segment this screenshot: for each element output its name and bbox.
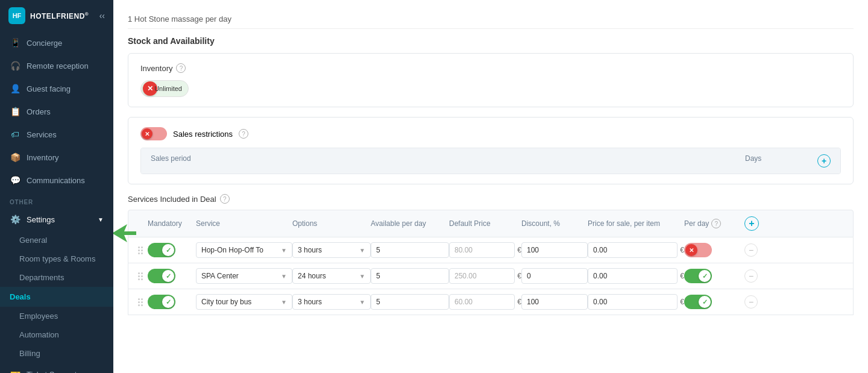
sidebar-item-services[interactable]: 🏷 Services xyxy=(0,123,113,146)
toggle-x-icon: ✕ xyxy=(685,244,697,256)
sidebar-item-orders[interactable]: 📋 Orders xyxy=(0,100,113,123)
settings-icon: ⚙️ xyxy=(10,214,20,225)
toggle-check-icon: ✓ xyxy=(699,296,711,308)
remove-row-2-button[interactable]: − xyxy=(744,269,758,283)
services-icon: 🏷 xyxy=(10,129,20,140)
header-available: Available per day xyxy=(371,219,449,228)
service-select-3[interactable]: City tour by bus ▼ xyxy=(196,294,292,310)
sidebar-item-ticket-support[interactable]: 🎫 Ticket Support xyxy=(0,363,113,373)
sidebar-item-general[interactable]: General xyxy=(0,231,113,249)
sidebar-item-label: Concierge xyxy=(27,39,62,48)
inventory-icon: 📦 xyxy=(10,152,20,163)
discount-input-1[interactable] xyxy=(521,242,588,258)
sale-price-input-2[interactable] xyxy=(588,268,678,284)
header-price: Default Price xyxy=(449,219,521,228)
inventory-help-icon[interactable]: ? xyxy=(176,63,186,73)
price-input-1[interactable] xyxy=(449,242,515,258)
sidebar-item-label: Orders xyxy=(27,107,51,116)
unlimited-toggle[interactable]: ✕ Unlimited xyxy=(140,80,189,97)
sidebar-item-communications[interactable]: 💬 Communications xyxy=(0,169,113,192)
sidebar-item-departments[interactable]: Departments xyxy=(0,268,113,287)
sidebar-item-settings[interactable]: ⚙️ Settings ▼ xyxy=(0,208,113,231)
service-select-2[interactable]: SPA Center ▼ xyxy=(196,268,292,284)
services-included-help-icon[interactable]: ? xyxy=(220,194,230,204)
sidebar-item-room-types[interactable]: Room types & Rooms xyxy=(0,249,113,268)
mandatory-toggle-3[interactable]: ✓ xyxy=(148,295,175,309)
sidebar-item-remote-reception[interactable]: 🎧 Remote reception xyxy=(0,54,113,77)
drag-handle[interactable] xyxy=(133,272,148,280)
mandatory-toggle-1[interactable]: ✓ xyxy=(148,243,175,257)
header-options: Options xyxy=(292,219,371,228)
header-sale-price: Price for sale, per item xyxy=(588,219,684,228)
available-input-2[interactable] xyxy=(371,268,449,284)
sales-restrictions-label: Sales restrictions xyxy=(173,130,233,139)
sales-restrictions-card: ✕ Sales restrictions ? Sales period Days… xyxy=(128,117,854,184)
add-service-button[interactable]: + xyxy=(744,216,759,231)
services-table: Mandatory Service Options Available per … xyxy=(128,210,854,315)
mandatory-toggle-2[interactable]: ✓ xyxy=(148,269,175,283)
sales-restrictions-row: ✕ Sales restrictions ? xyxy=(140,127,841,140)
remove-row-3-button[interactable]: − xyxy=(744,295,758,309)
per-day-toggle-1[interactable]: ✕ xyxy=(684,243,712,257)
top-item-text: 1 Hot Stone massage per day xyxy=(128,10,854,29)
sales-period-table: Sales period Days + xyxy=(140,148,841,174)
logo-icon: HF xyxy=(8,7,25,24)
sidebar-item-automation[interactable]: Automation xyxy=(0,325,113,344)
sidebar-item-guest-facing[interactable]: 👤 Guest facing xyxy=(0,77,113,100)
available-input-1[interactable] xyxy=(371,242,449,258)
currency-symbol-sale-3: € xyxy=(680,298,684,306)
service-select-1[interactable]: Hop-On Hop-Off To ▼ xyxy=(196,242,292,258)
options-select-1[interactable]: 3 hours ▼ xyxy=(292,242,371,258)
options-select-2[interactable]: 24 hours ▼ xyxy=(292,268,371,284)
add-sales-period-button[interactable]: + xyxy=(817,154,831,168)
chat-icon: 💬 xyxy=(10,175,20,186)
sidebar-collapse-icon[interactable]: ‹‹ xyxy=(99,11,105,20)
chevron-down-icon: ▼ xyxy=(359,299,365,306)
chevron-down-icon: ▼ xyxy=(359,247,365,254)
header-per-day: Per day ? xyxy=(684,219,744,228)
chevron-down-icon: ▼ xyxy=(98,216,104,223)
sales-restrictions-toggle[interactable]: ✕ xyxy=(140,127,167,140)
price-input-3[interactable] xyxy=(449,294,515,310)
options-select-3[interactable]: 3 hours ▼ xyxy=(292,294,371,310)
sidebar-item-deals[interactable]: Deals xyxy=(0,287,113,307)
stock-section-title: Stock and Availability xyxy=(128,36,854,46)
services-included-row: Services Included in Deal ? xyxy=(128,194,854,204)
chevron-down-icon: ▼ xyxy=(281,247,287,254)
per-day-help-icon[interactable]: ? xyxy=(711,219,721,228)
sale-price-input-3[interactable] xyxy=(588,294,678,310)
sidebar: HF HOTELFRIEND® ‹‹ 📱 Concierge 🎧 Remote … xyxy=(0,0,113,373)
sidebar-item-billing[interactable]: Billing xyxy=(0,344,113,363)
per-day-toggle-2[interactable]: ✓ xyxy=(684,269,712,283)
remove-row-1-button[interactable]: − xyxy=(744,243,758,257)
per-day-toggle-3[interactable]: ✓ xyxy=(684,295,712,309)
headset-icon: 🎧 xyxy=(10,60,20,71)
orders-icon: 📋 xyxy=(10,106,20,117)
table-row: ✓ SPA Center ▼ 24 hours ▼ xyxy=(128,263,854,289)
available-input-3[interactable] xyxy=(371,294,449,310)
drag-handle[interactable] xyxy=(133,246,148,254)
drag-handle[interactable] xyxy=(133,298,148,306)
discount-input-3[interactable] xyxy=(521,294,588,310)
sales-period-col2: Days xyxy=(745,154,817,168)
price-input-2[interactable] xyxy=(449,268,515,284)
toggle-check-icon: ✓ xyxy=(162,270,174,282)
currency-symbol-3: € xyxy=(517,298,521,306)
svg-marker-0 xyxy=(113,224,136,242)
sidebar-item-concierge[interactable]: 📱 Concierge xyxy=(0,31,113,54)
sidebar-item-label: Communications xyxy=(27,176,85,185)
toggle-knob: ✕ xyxy=(142,128,153,139)
header-discount: Discount, % xyxy=(521,219,588,228)
discount-input-2[interactable] xyxy=(521,268,588,284)
sidebar-item-employees[interactable]: Employees xyxy=(0,307,113,325)
sidebar-item-inventory[interactable]: 📦 Inventory xyxy=(0,146,113,169)
sidebar-logo: HF HOTELFRIEND® ‹‹ xyxy=(0,0,113,31)
toggle-check-icon: ✓ xyxy=(699,270,711,282)
inventory-label-text: Inventory xyxy=(140,64,172,73)
stock-card: Inventory ? ✕ Unlimited xyxy=(128,53,854,107)
sales-restrictions-help-icon[interactable]: ? xyxy=(239,129,248,139)
chevron-down-icon: ▼ xyxy=(281,299,287,306)
toggle-check-icon: ✓ xyxy=(162,244,174,256)
sale-price-input-1[interactable] xyxy=(588,242,678,258)
header-service: Service xyxy=(196,219,292,228)
